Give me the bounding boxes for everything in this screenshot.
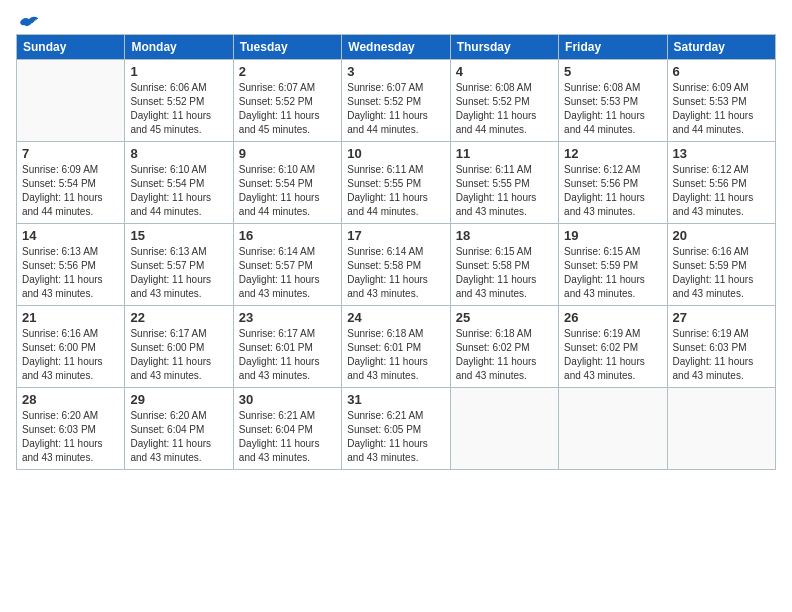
calendar-cell [667, 388, 775, 470]
calendar-cell: 20Sunrise: 6:16 AM Sunset: 5:59 PM Dayli… [667, 224, 775, 306]
calendar-col-header: Monday [125, 35, 233, 60]
day-info: Sunrise: 6:09 AM Sunset: 5:54 PM Dayligh… [22, 163, 119, 219]
day-info: Sunrise: 6:17 AM Sunset: 6:01 PM Dayligh… [239, 327, 336, 383]
day-info: Sunrise: 6:09 AM Sunset: 5:53 PM Dayligh… [673, 81, 770, 137]
day-info: Sunrise: 6:06 AM Sunset: 5:52 PM Dayligh… [130, 81, 227, 137]
calendar-col-header: Thursday [450, 35, 558, 60]
day-number: 2 [239, 64, 336, 79]
day-info: Sunrise: 6:08 AM Sunset: 5:53 PM Dayligh… [564, 81, 661, 137]
day-number: 22 [130, 310, 227, 325]
calendar-cell: 26Sunrise: 6:19 AM Sunset: 6:02 PM Dayli… [559, 306, 667, 388]
day-number: 17 [347, 228, 444, 243]
day-info: Sunrise: 6:16 AM Sunset: 6:00 PM Dayligh… [22, 327, 119, 383]
calendar-cell: 13Sunrise: 6:12 AM Sunset: 5:56 PM Dayli… [667, 142, 775, 224]
day-number: 27 [673, 310, 770, 325]
day-info: Sunrise: 6:07 AM Sunset: 5:52 PM Dayligh… [347, 81, 444, 137]
day-number: 30 [239, 392, 336, 407]
calendar-cell: 4Sunrise: 6:08 AM Sunset: 5:52 PM Daylig… [450, 60, 558, 142]
day-number: 1 [130, 64, 227, 79]
calendar-table: SundayMondayTuesdayWednesdayThursdayFrid… [16, 34, 776, 470]
day-number: 16 [239, 228, 336, 243]
calendar-col-header: Saturday [667, 35, 775, 60]
day-number: 28 [22, 392, 119, 407]
day-number: 23 [239, 310, 336, 325]
calendar-cell: 29Sunrise: 6:20 AM Sunset: 6:04 PM Dayli… [125, 388, 233, 470]
day-info: Sunrise: 6:20 AM Sunset: 6:03 PM Dayligh… [22, 409, 119, 465]
day-number: 25 [456, 310, 553, 325]
day-info: Sunrise: 6:18 AM Sunset: 6:01 PM Dayligh… [347, 327, 444, 383]
day-info: Sunrise: 6:21 AM Sunset: 6:04 PM Dayligh… [239, 409, 336, 465]
calendar-cell: 1Sunrise: 6:06 AM Sunset: 5:52 PM Daylig… [125, 60, 233, 142]
day-info: Sunrise: 6:12 AM Sunset: 5:56 PM Dayligh… [564, 163, 661, 219]
day-number: 15 [130, 228, 227, 243]
day-info: Sunrise: 6:08 AM Sunset: 5:52 PM Dayligh… [456, 81, 553, 137]
calendar-cell: 31Sunrise: 6:21 AM Sunset: 6:05 PM Dayli… [342, 388, 450, 470]
day-number: 12 [564, 146, 661, 161]
calendar-cell: 5Sunrise: 6:08 AM Sunset: 5:53 PM Daylig… [559, 60, 667, 142]
day-number: 4 [456, 64, 553, 79]
page-header [16, 16, 776, 26]
calendar-week-row: 14Sunrise: 6:13 AM Sunset: 5:56 PM Dayli… [17, 224, 776, 306]
day-number: 20 [673, 228, 770, 243]
day-info: Sunrise: 6:11 AM Sunset: 5:55 PM Dayligh… [347, 163, 444, 219]
day-info: Sunrise: 6:20 AM Sunset: 6:04 PM Dayligh… [130, 409, 227, 465]
day-number: 7 [22, 146, 119, 161]
day-number: 21 [22, 310, 119, 325]
day-number: 31 [347, 392, 444, 407]
calendar-week-row: 21Sunrise: 6:16 AM Sunset: 6:00 PM Dayli… [17, 306, 776, 388]
day-number: 14 [22, 228, 119, 243]
day-info: Sunrise: 6:17 AM Sunset: 6:00 PM Dayligh… [130, 327, 227, 383]
calendar-header-row: SundayMondayTuesdayWednesdayThursdayFrid… [17, 35, 776, 60]
calendar-cell: 28Sunrise: 6:20 AM Sunset: 6:03 PM Dayli… [17, 388, 125, 470]
calendar-cell: 10Sunrise: 6:11 AM Sunset: 5:55 PM Dayli… [342, 142, 450, 224]
day-number: 3 [347, 64, 444, 79]
calendar-col-header: Tuesday [233, 35, 341, 60]
calendar-cell [559, 388, 667, 470]
day-info: Sunrise: 6:14 AM Sunset: 5:58 PM Dayligh… [347, 245, 444, 301]
calendar-cell: 24Sunrise: 6:18 AM Sunset: 6:01 PM Dayli… [342, 306, 450, 388]
calendar-cell: 21Sunrise: 6:16 AM Sunset: 6:00 PM Dayli… [17, 306, 125, 388]
day-info: Sunrise: 6:19 AM Sunset: 6:02 PM Dayligh… [564, 327, 661, 383]
calendar-cell: 30Sunrise: 6:21 AM Sunset: 6:04 PM Dayli… [233, 388, 341, 470]
day-info: Sunrise: 6:11 AM Sunset: 5:55 PM Dayligh… [456, 163, 553, 219]
calendar-cell: 8Sunrise: 6:10 AM Sunset: 5:54 PM Daylig… [125, 142, 233, 224]
day-number: 18 [456, 228, 553, 243]
logo-bird-icon [18, 14, 40, 30]
calendar-week-row: 28Sunrise: 6:20 AM Sunset: 6:03 PM Dayli… [17, 388, 776, 470]
day-number: 19 [564, 228, 661, 243]
calendar-cell: 18Sunrise: 6:15 AM Sunset: 5:58 PM Dayli… [450, 224, 558, 306]
day-info: Sunrise: 6:13 AM Sunset: 5:57 PM Dayligh… [130, 245, 227, 301]
calendar-cell: 16Sunrise: 6:14 AM Sunset: 5:57 PM Dayli… [233, 224, 341, 306]
calendar-cell: 15Sunrise: 6:13 AM Sunset: 5:57 PM Dayli… [125, 224, 233, 306]
day-number: 10 [347, 146, 444, 161]
day-number: 26 [564, 310, 661, 325]
day-info: Sunrise: 6:18 AM Sunset: 6:02 PM Dayligh… [456, 327, 553, 383]
day-number: 6 [673, 64, 770, 79]
calendar-cell: 27Sunrise: 6:19 AM Sunset: 6:03 PM Dayli… [667, 306, 775, 388]
day-info: Sunrise: 6:10 AM Sunset: 5:54 PM Dayligh… [239, 163, 336, 219]
day-info: Sunrise: 6:13 AM Sunset: 5:56 PM Dayligh… [22, 245, 119, 301]
calendar-cell: 17Sunrise: 6:14 AM Sunset: 5:58 PM Dayli… [342, 224, 450, 306]
day-info: Sunrise: 6:19 AM Sunset: 6:03 PM Dayligh… [673, 327, 770, 383]
calendar-cell: 23Sunrise: 6:17 AM Sunset: 6:01 PM Dayli… [233, 306, 341, 388]
calendar-cell [450, 388, 558, 470]
day-number: 5 [564, 64, 661, 79]
calendar-cell: 25Sunrise: 6:18 AM Sunset: 6:02 PM Dayli… [450, 306, 558, 388]
calendar-cell: 11Sunrise: 6:11 AM Sunset: 5:55 PM Dayli… [450, 142, 558, 224]
calendar-cell: 22Sunrise: 6:17 AM Sunset: 6:00 PM Dayli… [125, 306, 233, 388]
calendar-cell: 9Sunrise: 6:10 AM Sunset: 5:54 PM Daylig… [233, 142, 341, 224]
day-info: Sunrise: 6:15 AM Sunset: 5:58 PM Dayligh… [456, 245, 553, 301]
calendar-cell: 19Sunrise: 6:15 AM Sunset: 5:59 PM Dayli… [559, 224, 667, 306]
day-info: Sunrise: 6:14 AM Sunset: 5:57 PM Dayligh… [239, 245, 336, 301]
calendar-cell: 14Sunrise: 6:13 AM Sunset: 5:56 PM Dayli… [17, 224, 125, 306]
calendar-cell: 2Sunrise: 6:07 AM Sunset: 5:52 PM Daylig… [233, 60, 341, 142]
calendar-col-header: Wednesday [342, 35, 450, 60]
calendar-cell [17, 60, 125, 142]
day-number: 8 [130, 146, 227, 161]
calendar-col-header: Friday [559, 35, 667, 60]
calendar-week-row: 7Sunrise: 6:09 AM Sunset: 5:54 PM Daylig… [17, 142, 776, 224]
day-info: Sunrise: 6:10 AM Sunset: 5:54 PM Dayligh… [130, 163, 227, 219]
logo [16, 16, 40, 26]
day-number: 29 [130, 392, 227, 407]
calendar-col-header: Sunday [17, 35, 125, 60]
